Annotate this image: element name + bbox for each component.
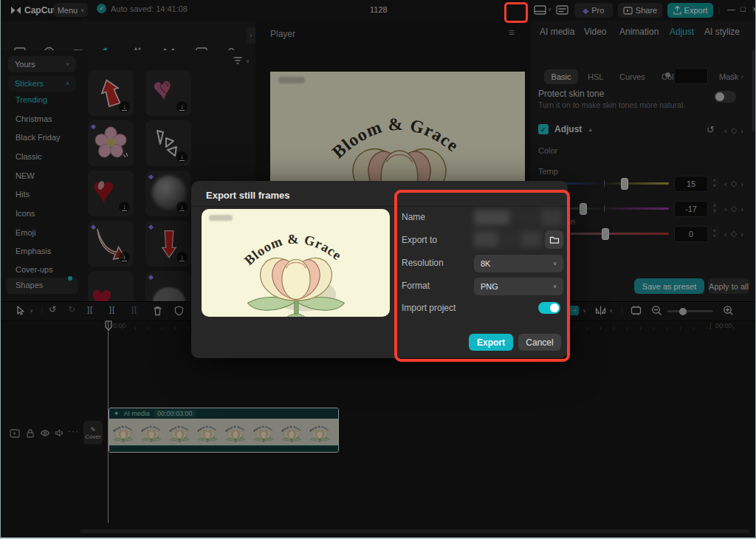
modal-title: Export still frames	[206, 190, 289, 201]
capcut-window: Bloom & Grace CapCut Menu∨ ✓ Auto saved:…	[0, 0, 756, 539]
annotation-box-titlebar	[504, 2, 528, 23]
annotation-box-export-settings	[394, 190, 570, 362]
preview-artwork	[225, 213, 367, 317]
export-preview	[202, 209, 390, 317]
